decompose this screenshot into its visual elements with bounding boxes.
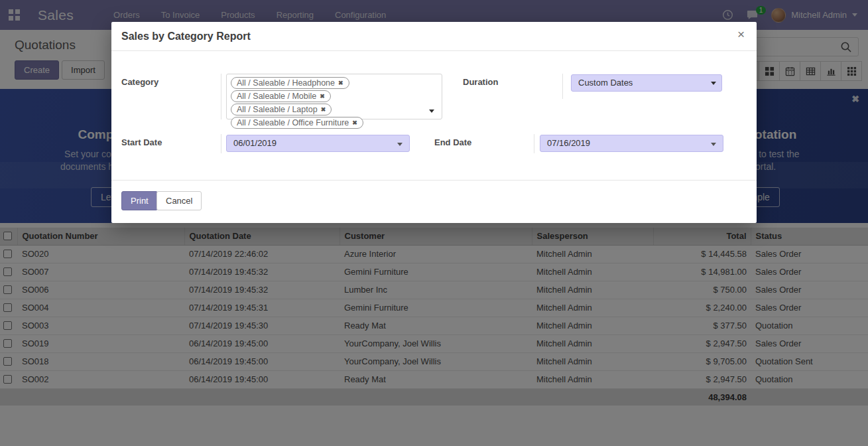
remove-tag-icon[interactable]: ✖ (321, 106, 326, 113)
dialog-close-icon[interactable]: × (737, 28, 745, 40)
end-date-label: End Date (434, 137, 471, 147)
field-separator (221, 134, 221, 153)
dialog-footer: Print Cancel (111, 180, 757, 223)
remove-tag-icon[interactable]: ✖ (320, 93, 325, 100)
cancel-button[interactable]: Cancel (156, 191, 202, 210)
category-tag: All / Saleable / Mobile✖ (231, 90, 331, 102)
category-label: Category (121, 77, 158, 87)
duration-label: Duration (463, 77, 498, 87)
category-dropdown-caret-icon[interactable] (429, 110, 434, 113)
category-multiselect[interactable]: All / Saleable / Headphone✖ All / Saleab… (226, 74, 442, 119)
dialog-title: Sales by Category Report (121, 31, 251, 42)
start-date-input[interactable]: 06/01/2019 (226, 135, 410, 152)
duration-select-caret-icon (711, 82, 716, 85)
category-tag: All / Saleable / Office Furniture✖ (231, 117, 363, 129)
remove-tag-icon[interactable]: ✖ (338, 80, 343, 86)
screen: Sales Orders To Invoice Products Reporti… (0, 0, 868, 446)
duration-select[interactable]: Custom Dates (571, 74, 722, 92)
start-date-label: Start Date (121, 137, 162, 147)
print-button[interactable]: Print (121, 191, 158, 210)
remove-tag-icon[interactable]: ✖ (352, 119, 357, 126)
start-date-caret-icon[interactable] (397, 143, 403, 146)
field-separator (534, 134, 534, 153)
field-separator (221, 74, 221, 119)
dialog-header: Sales by Category Report × (111, 22, 757, 51)
sales-by-category-report-dialog: Sales by Category Report × Category All … (111, 22, 757, 223)
category-tag: All / Saleable / Laptop✖ (231, 104, 332, 115)
end-date-input[interactable]: 07/16/2019 (540, 135, 723, 152)
end-date-caret-icon[interactable] (711, 143, 716, 146)
field-separator (562, 74, 563, 99)
category-tag: All / Saleable / Headphone✖ (231, 77, 349, 89)
